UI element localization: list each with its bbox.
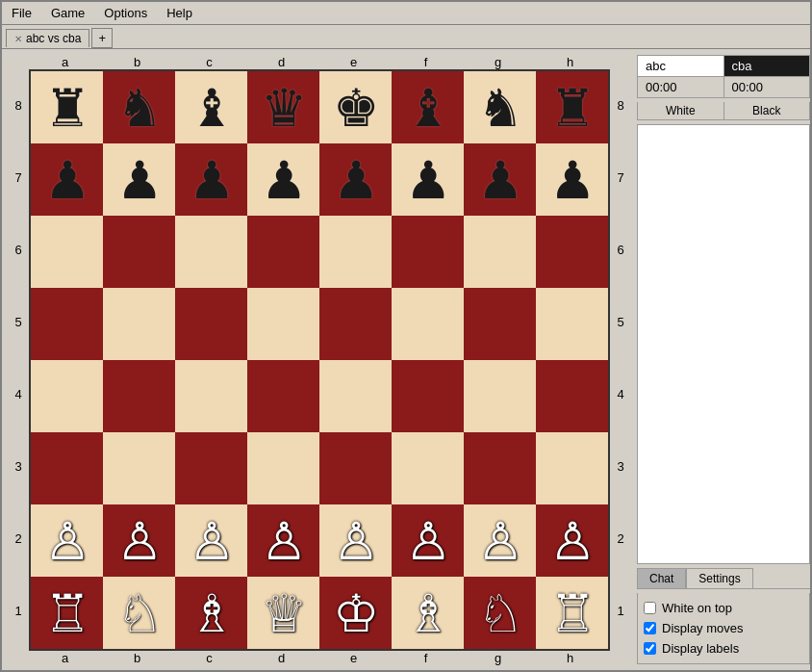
square-c8[interactable]: ♝ <box>175 71 247 143</box>
square-g5[interactable] <box>464 288 536 360</box>
col-label-bot-g: g <box>462 651 534 665</box>
square-c2[interactable]: ♙ <box>175 504 247 577</box>
square-a4[interactable] <box>31 360 103 432</box>
square-a8[interactable]: ♜ <box>31 71 103 143</box>
square-g7[interactable]: ♟ <box>464 143 536 216</box>
square-f7[interactable]: ♟ <box>392 143 464 216</box>
tab-settings[interactable]: Settings <box>686 568 752 588</box>
square-b6[interactable] <box>103 216 175 288</box>
square-e8[interactable]: ♚ <box>319 71 392 143</box>
square-e2[interactable]: ♙ <box>319 504 392 577</box>
square-f5[interactable] <box>392 288 464 360</box>
row-label-right-4: 4 <box>610 358 631 430</box>
white-player-name: abc <box>638 56 724 77</box>
square-h3[interactable] <box>536 432 608 504</box>
menu-help[interactable]: Help <box>161 4 198 22</box>
tab-close-icon[interactable]: ✕ <box>14 34 22 44</box>
display-moves-checkbox[interactable] <box>644 622 656 634</box>
display-labels-checkbox[interactable] <box>644 642 656 655</box>
square-d6[interactable] <box>247 216 319 288</box>
square-h7[interactable]: ♟ <box>536 143 608 216</box>
chessboard[interactable]: ♜♞♝♛♚♝♞♜♟♟♟♟♟♟♟♟♙♙♙♙♙♙♙♙♖♘♗♕♔♗♘♖ <box>29 69 610 651</box>
tab-chat[interactable]: Chat <box>637 568 686 588</box>
col-label-bot-e: e <box>317 651 390 665</box>
square-d3[interactable] <box>247 432 319 504</box>
tab-add-button[interactable]: + <box>91 28 113 48</box>
square-d5[interactable] <box>247 288 319 360</box>
square-c6[interactable] <box>175 216 247 288</box>
square-d7[interactable]: ♟ <box>247 143 319 216</box>
square-e5[interactable] <box>319 288 392 360</box>
moves-area[interactable] <box>637 124 810 564</box>
square-g8[interactable]: ♞ <box>464 71 536 143</box>
square-a1[interactable]: ♖ <box>31 577 103 649</box>
square-f3[interactable] <box>392 432 464 504</box>
square-a5[interactable] <box>31 288 103 360</box>
square-c3[interactable] <box>175 432 247 504</box>
menu-file[interactable]: File <box>6 4 38 22</box>
square-b4[interactable] <box>103 360 175 432</box>
player-table: abc cba 00:00 00:00 <box>637 55 810 98</box>
square-g6[interactable] <box>464 216 536 288</box>
square-c5[interactable] <box>175 288 247 360</box>
square-a3[interactable] <box>31 432 103 504</box>
square-h1[interactable]: ♖ <box>536 577 608 649</box>
row-label-left-3: 3 <box>8 430 29 503</box>
moves-col-headers: White Black <box>637 102 810 120</box>
square-a6[interactable] <box>31 216 103 288</box>
col-label-bot-d: d <box>245 651 317 665</box>
square-f2[interactable]: ♙ <box>392 504 464 577</box>
square-e4[interactable] <box>319 360 392 432</box>
square-f1[interactable]: ♗ <box>392 577 464 649</box>
square-e6[interactable] <box>319 216 392 288</box>
square-a2[interactable]: ♙ <box>31 504 103 577</box>
menu-options[interactable]: Options <box>98 4 153 22</box>
row-label-left-5: 5 <box>8 286 29 358</box>
square-d1[interactable]: ♕ <box>247 577 319 649</box>
square-b1[interactable]: ♘ <box>103 577 175 649</box>
square-c1[interactable]: ♗ <box>175 577 247 649</box>
square-b7[interactable]: ♟ <box>103 143 175 216</box>
row-label-right-3: 3 <box>610 430 631 503</box>
square-d2[interactable]: ♙ <box>247 504 319 577</box>
square-e3[interactable] <box>319 432 392 504</box>
display-labels-row: Display labels <box>644 641 803 656</box>
white-on-top-row: White on top <box>644 601 803 615</box>
square-h6[interactable] <box>536 216 608 288</box>
square-d4[interactable] <box>247 360 319 432</box>
menu-game[interactable]: Game <box>45 4 90 22</box>
square-b8[interactable]: ♞ <box>103 71 175 143</box>
square-e1[interactable]: ♔ <box>319 577 392 649</box>
square-g4[interactable] <box>464 360 536 432</box>
col-label-top-a: a <box>29 55 101 69</box>
square-h8[interactable]: ♜ <box>536 71 608 143</box>
row-label-right-1: 1 <box>610 575 631 647</box>
square-h5[interactable] <box>536 288 608 360</box>
display-labels-label: Display labels <box>662 641 739 656</box>
square-b2[interactable]: ♙ <box>103 504 175 577</box>
col-label-top-b: b <box>101 55 173 69</box>
row-label-left-4: 4 <box>8 358 29 430</box>
square-c4[interactable] <box>175 360 247 432</box>
square-h2[interactable]: ♙ <box>536 504 608 577</box>
square-c7[interactable]: ♟ <box>175 143 247 216</box>
square-g3[interactable] <box>464 432 536 504</box>
square-b5[interactable] <box>103 288 175 360</box>
square-f4[interactable] <box>392 360 464 432</box>
right-panel: abc cba 00:00 00:00 White Black Chat Set… <box>637 55 810 664</box>
tab-game[interactable]: ✕ abc vs cba <box>6 29 89 47</box>
square-g1[interactable]: ♘ <box>464 577 536 649</box>
square-d8[interactable]: ♛ <box>247 71 319 143</box>
board-container: abcdefgh87654321♜♞♝♛♚♝♞♜♟♟♟♟♟♟♟♟♙♙♙♙♙♙♙♙… <box>8 55 631 664</box>
square-h4[interactable] <box>536 360 608 432</box>
square-b3[interactable] <box>103 432 175 504</box>
square-f6[interactable] <box>392 216 464 288</box>
row-label-right-6: 6 <box>610 214 631 286</box>
square-a7[interactable]: ♟ <box>31 143 103 216</box>
square-e7[interactable]: ♟ <box>319 143 392 216</box>
white-on-top-checkbox[interactable] <box>644 602 656 614</box>
square-g2[interactable]: ♙ <box>464 504 536 577</box>
square-f8[interactable]: ♝ <box>392 71 464 143</box>
row-label-right-8: 8 <box>610 69 631 142</box>
row-label-left-1: 1 <box>8 575 29 647</box>
